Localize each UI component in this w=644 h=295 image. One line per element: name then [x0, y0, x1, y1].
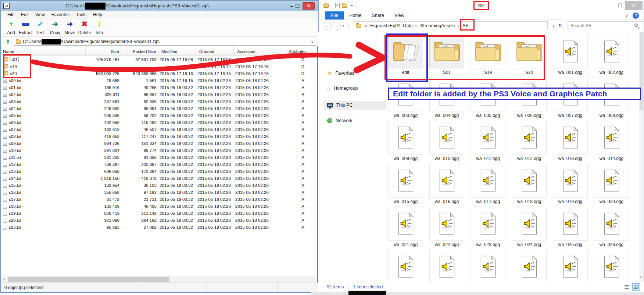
table-row[interactable]: s08.txt416 653117 2472015-05-18 00:32201…: [1, 133, 316, 140]
delete-button[interactable]: ✖Delete: [77, 18, 92, 36]
sidebar-item-homegroup[interactable]: ⌂Homegroup: [323, 84, 386, 93]
breadcrumb-separator-icon[interactable]: ▸: [456, 24, 462, 28]
tab-view[interactable]: View: [389, 11, 409, 19]
details-view-button[interactable]: [623, 283, 631, 291]
info-button[interactable]: iInfo: [92, 18, 107, 36]
file-tile-wa_022.ogg[interactable]: wa_022.ogg: [428, 207, 466, 250]
breadcrumb-item-higurashiep01_data[interactable]: HigurashiEp01_Data: [369, 23, 413, 28]
breadcrumb[interactable]: « HigurashiEp01_Data▸StreamingAssets▸SE: [354, 21, 548, 30]
table-row[interactable]: s04.txt248 90066 8812015-05-18 00:322015…: [1, 105, 316, 112]
test-button[interactable]: ✔Test: [33, 18, 48, 36]
file-tile-wa_006.ogg[interactable]: wa_006.ogg: [510, 78, 548, 121]
file-tile-wa_014.ogg[interactable]: wa_014.ogg: [593, 121, 630, 164]
close-button[interactable]: ✕: [625, 1, 643, 10]
sidebar-item-favorites[interactable]: ★Favorites: [323, 69, 386, 78]
file-tile-wa_018.ogg[interactable]: wa_018.ogg: [510, 164, 548, 207]
column-header-name[interactable]: Name: [1, 47, 86, 56]
table-row[interactable]: s17.txt81 47221 7312015-05-18 00:322015-…: [1, 196, 316, 203]
copy-button[interactable]: ➜Copy: [48, 18, 62, 36]
file-tile-wa_017.ogg[interactable]: wa_017.ogg: [469, 164, 507, 207]
help-icon[interactable]: ?: [633, 13, 639, 19]
file-tile-wa_021.ogg[interactable]: wa_021.ogg: [387, 207, 425, 250]
column-header-attributes[interactable]: Attributes: [271, 47, 316, 56]
search-box[interactable]: [568, 21, 643, 30]
table-row[interactable]: s15.txt132 95436 1032015-05-18 00:322015…: [1, 182, 316, 189]
refresh-icon[interactable]: ↻: [559, 23, 563, 29]
file-tile-wa_024.ogg[interactable]: wa_024.ogg: [510, 207, 548, 250]
tab-file[interactable]: File: [325, 11, 344, 19]
table-row[interactable]: s06.txt432 950115 4822015-05-18 00:32201…: [1, 119, 316, 126]
table-row[interactable]: s03.txt237 58162 3362015-05-18 00:322015…: [1, 98, 316, 105]
table-row[interactable]: s01105 376 48197 591 7092015-05-17 16:08…: [1, 56, 316, 63]
file-tile-wa_023.ogg[interactable]: wa_023.ogg: [469, 207, 507, 250]
table-row[interactable]: s18.txt183 42946 4052015-05-18 00:322015…: [1, 203, 316, 210]
table-row[interactable]: s01.txt186 91649 2652015-05-18 00:322015…: [1, 84, 316, 91]
file-tile[interactable]: [510, 250, 548, 282]
tab-share[interactable]: Share: [367, 11, 389, 19]
file-tile-wa_025.ogg[interactable]: wa_025.ogg: [551, 207, 589, 250]
column-header-created[interactable]: Created: [196, 47, 234, 56]
file-tile[interactable]: [428, 250, 466, 282]
address-combobox[interactable]: C:\Users\\Downloads\Higurashi\HigurashiP…: [14, 38, 316, 46]
up-folder-icon[interactable]: ⇧: [4, 38, 12, 45]
explorer-titlebar[interactable]: ▾ SE – ❐ ✕: [319, 0, 643, 11]
file-tile-wa_001.ogg[interactable]: wa_001.ogg: [551, 35, 589, 78]
file-tile-wa_010.ogg[interactable]: wa_010.ogg: [428, 121, 466, 164]
file-tile-wa_026.ogg[interactable]: wa_026.ogg: [593, 207, 630, 250]
maximize-button[interactable]: ❐: [294, 3, 300, 9]
file-tile-wa_007.ogg[interactable]: wa_007.ogg: [551, 78, 589, 121]
add-button[interactable]: +Add: [4, 18, 18, 36]
history-dropdown-icon[interactable]: ▾: [343, 24, 344, 28]
breadcrumb-collapse-icon[interactable]: «: [363, 23, 370, 28]
menu-item-edit[interactable]: Edit: [18, 11, 32, 18]
move-button[interactable]: ➜Move: [62, 18, 77, 36]
file-tile-wa_005.ogg[interactable]: wa_005.ogg: [469, 78, 507, 121]
horizontal-scrollbar[interactable]: ‹: [1, 276, 316, 282]
thumbnail-view-button[interactable]: [632, 283, 640, 291]
breadcrumb-separator-icon[interactable]: ▸: [414, 24, 420, 28]
file-tile[interactable]: [551, 250, 589, 282]
extract-button[interactable]: Extract: [18, 18, 33, 36]
file-tile-wa_008.ogg[interactable]: wa_008.ogg: [593, 78, 630, 121]
maximize-button[interactable]: ❐: [615, 3, 625, 8]
table-row[interactable]: s23.txt95 68327 0822015-05-18 00:322015-…: [1, 224, 316, 231]
table-row[interactable]: s13.txt606 058172 3842015-05-18 00:32201…: [1, 168, 316, 175]
file-tile-wa_004.ogg[interactable]: wa_004.ogg: [428, 78, 466, 121]
search-input[interactable]: [568, 23, 630, 28]
breadcrumb-item-se[interactable]: SE: [462, 23, 469, 28]
minimize-button[interactable]: –: [289, 3, 294, 9]
table-row[interactable]: s14.txt1 518 150416 3722015-05-18 00:322…: [1, 175, 316, 182]
tab-home[interactable]: Home: [344, 11, 366, 19]
file-tile-wa_016.ogg[interactable]: wa_016.ogg: [428, 164, 466, 207]
file-tile-wa_013.ogg[interactable]: wa_013.ogg: [551, 121, 589, 164]
file-tile-wa_020.ogg[interactable]: wa_020.ogg: [593, 164, 630, 207]
table-row[interactable]: s10.txt391 80499 7742015-05-18 00:322015…: [1, 147, 316, 154]
table-row[interactable]: s19.txt826 419213 1422015-05-18 00:32201…: [1, 210, 316, 217]
menu-item-file[interactable]: File: [4, 11, 17, 18]
column-header-size[interactable]: Size: [86, 47, 121, 56]
file-tile-S01[interactable]: S01: [428, 35, 466, 78]
column-header-packed-size[interactable]: Packed Size: [121, 47, 158, 56]
ribbon-expand-icon[interactable]: ∨: [625, 13, 628, 18]
file-tile[interactable]: [387, 250, 425, 282]
table-row[interactable]: s05.txt205 33658 2022015-05-18 00:322015…: [1, 112, 316, 119]
menu-item-help[interactable]: Help: [90, 11, 105, 18]
minimize-button[interactable]: –: [606, 3, 615, 8]
table-row[interactable]: s07.txt162 61346 5072015-05-18 00:322015…: [1, 126, 316, 133]
menu-item-tools[interactable]: Tools: [73, 11, 89, 18]
table-row[interactable]: s02.txt326 31186 6972015-05-18 00:322015…: [1, 91, 316, 98]
breadcrumb-item-streamingassets[interactable]: StreamingAssets: [419, 23, 455, 28]
up-arrow-icon[interactable]: ↑: [346, 23, 352, 29]
column-header-modified[interactable]: Modified: [158, 47, 196, 56]
file-tile-wa_002.ogg[interactable]: wa_002.ogg: [593, 35, 630, 78]
file-tile[interactable]: [593, 250, 630, 282]
table-row[interactable]: s20580 093 725543 383 9662015-05-17 16:1…: [1, 70, 316, 77]
file-tile-wa_011.ogg[interactable]: wa_011.ogg: [469, 121, 507, 164]
file-tile-wa_009.ogg[interactable]: wa_009.ogg: [387, 121, 425, 164]
scrollbar-thumb[interactable]: [640, 32, 643, 110]
sidebar-item-network[interactable]: Network: [323, 116, 386, 125]
menu-item-view[interactable]: View: [32, 11, 48, 18]
scrollbar-thumb[interactable]: [8, 277, 169, 282]
table-row[interactable]: s09.txt564 736151 3342015-05-18 00:32201…: [1, 140, 316, 147]
table-row[interactable]: s16.txt355 65897 1622015-05-18 00:322015…: [1, 189, 316, 196]
